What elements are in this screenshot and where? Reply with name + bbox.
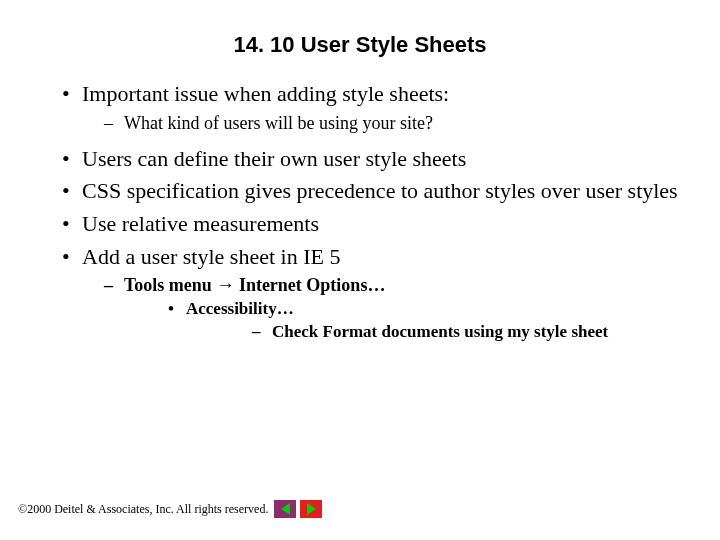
bullet-text: Accessibility… xyxy=(186,299,294,318)
bullet-text-post: Internet Options… xyxy=(234,275,385,295)
slide-title: 14. 10 User Style Sheets xyxy=(0,32,720,58)
next-button[interactable] xyxy=(300,500,322,518)
copyright-symbol: © xyxy=(18,502,27,517)
bullet-relative-measurements: Use relative measurements xyxy=(56,210,680,239)
bullet-text: Users can define their own user style sh… xyxy=(82,146,466,171)
bullet-users-define-own: Users can define their own user style sh… xyxy=(56,145,680,174)
bullet-important-issue: Important issue when adding style sheets… xyxy=(56,80,680,135)
bullet-text: Add a user style sheet in IE 5 xyxy=(82,244,340,269)
subbullet-accessibility: Accessibility… Check Format documents us… xyxy=(124,298,680,344)
prev-button[interactable] xyxy=(274,500,296,518)
arrow-right-icon: → xyxy=(216,275,234,295)
bullet-text: Important issue when adding style sheets… xyxy=(82,81,449,106)
triangle-right-icon xyxy=(307,503,316,515)
bullet-add-user-stylesheet-ie5: Add a user style sheet in IE 5 Tools men… xyxy=(56,243,680,344)
footer: © 2000 Deitel & Associates, Inc. All rig… xyxy=(18,500,702,518)
subbullet-check-format-documents: Check Format documents using my style sh… xyxy=(186,321,680,344)
copyright-text: 2000 Deitel & Associates, Inc. All right… xyxy=(27,502,268,517)
bullet-text: Check Format documents using my style sh… xyxy=(272,322,608,341)
bullet-css-precedence: CSS specification gives precedence to au… xyxy=(56,177,680,206)
triangle-left-icon xyxy=(281,503,290,515)
subbullet-what-kind-of-users: What kind of users will be using your si… xyxy=(82,111,680,135)
bullet-text: Use relative measurements xyxy=(82,211,319,236)
nav-arrows xyxy=(274,500,322,518)
slide-body: Important issue when adding style sheets… xyxy=(0,80,720,343)
bullet-text: What kind of users will be using your si… xyxy=(124,113,433,133)
bullet-text: CSS specification gives precedence to au… xyxy=(82,178,678,203)
subbullet-tools-internet-options: Tools menu → Internet Options… Accessibi… xyxy=(82,273,680,343)
bullet-text-pre: Tools menu xyxy=(124,275,216,295)
